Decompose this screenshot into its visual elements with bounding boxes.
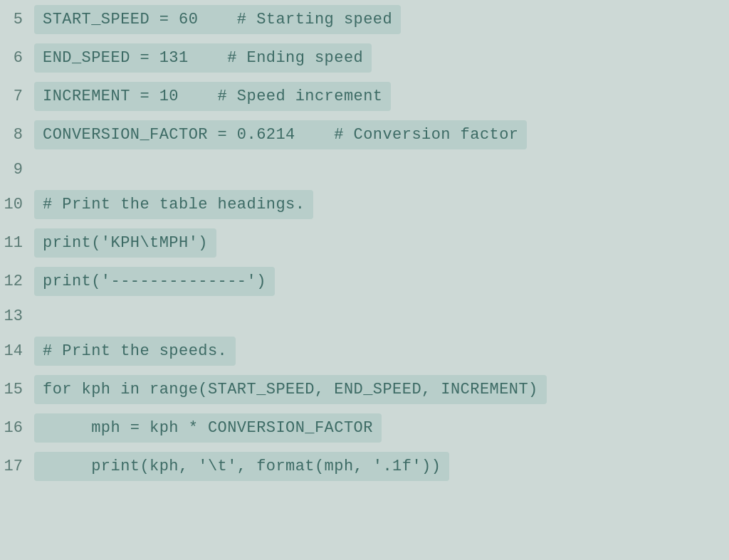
line-number: 7 xyxy=(0,88,34,105)
line-content: CONVERSION_FACTOR = 0.6214 # Conversion … xyxy=(34,120,527,149)
line-number: 9 xyxy=(0,161,34,179)
line-content: # Print the speeds. xyxy=(34,337,236,366)
line-number: 13 xyxy=(0,307,34,325)
line-number: 14 xyxy=(0,342,34,360)
line-content: print(kph, '\t', format(mph, '.1f')) xyxy=(34,452,449,481)
code-line: 12print('--------------') xyxy=(0,262,729,300)
code-container: 5START_SPEED = 60 # Starting speed6END_S… xyxy=(0,0,729,560)
line-content xyxy=(34,164,51,175)
line-number: 15 xyxy=(0,381,34,398)
line-number: 16 xyxy=(0,419,34,437)
line-number: 10 xyxy=(0,196,34,213)
code-line: 15for kph in range(START_SPEED, END_SPEE… xyxy=(0,370,729,408)
line-content xyxy=(34,310,51,322)
line-content: # Print the table headings. xyxy=(34,190,313,219)
code-line: 16 mph = kph * CONVERSION_FACTOR xyxy=(0,408,729,447)
line-content: END_SPEED = 131 # Ending speed xyxy=(34,43,372,73)
line-number: 5 xyxy=(0,11,34,28)
line-number: 11 xyxy=(0,234,34,252)
code-line: 9 xyxy=(0,154,729,185)
line-number: 8 xyxy=(0,126,34,144)
code-line: 13 xyxy=(0,300,729,332)
line-content: print('KPH\tMPH') xyxy=(34,228,216,258)
line-number: 6 xyxy=(0,49,34,67)
line-content: START_SPEED = 60 # Starting speed xyxy=(34,5,401,34)
code-line: 10# Print the table headings. xyxy=(0,185,729,223)
code-line: 14# Print the speeds. xyxy=(0,332,729,370)
code-line: 8CONVERSION_FACTOR = 0.6214 # Conversion… xyxy=(0,115,729,154)
line-content: mph = kph * CONVERSION_FACTOR xyxy=(34,413,382,443)
code-line: 11print('KPH\tMPH') xyxy=(0,223,729,262)
line-content: INCREMENT = 10 # Speed increment xyxy=(34,82,391,111)
line-number: 17 xyxy=(0,458,34,475)
code-line: 6END_SPEED = 131 # Ending speed xyxy=(0,38,729,77)
code-line: 17 print(kph, '\t', format(mph, '.1f')) xyxy=(0,447,729,485)
line-content: print('--------------') xyxy=(34,267,275,296)
code-line: 5START_SPEED = 60 # Starting speed xyxy=(0,0,729,38)
code-line: 7INCREMENT = 10 # Speed increment xyxy=(0,77,729,115)
line-number: 12 xyxy=(0,273,34,290)
line-content: for kph in range(START_SPEED, END_SPEED,… xyxy=(34,375,547,404)
